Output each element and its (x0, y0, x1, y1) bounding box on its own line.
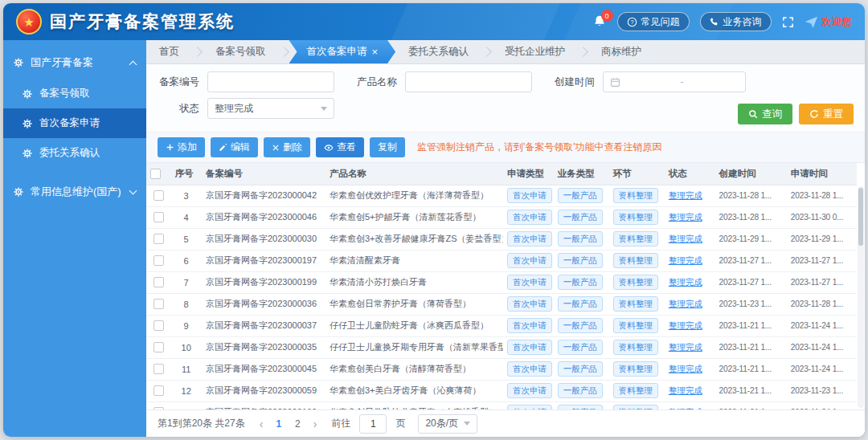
status-link[interactable]: 整理完成 (669, 190, 702, 200)
row-checkbox[interactable] (154, 385, 164, 396)
page-number-1[interactable]: 1 (273, 418, 284, 430)
edit-button[interactable]: 编辑 (211, 137, 258, 157)
table-row[interactable]: 5京国牙膏网备字2023000030华素愈创3+改善牙龈健康牙膏ZS（姜盐香型）… (146, 228, 857, 250)
table-row[interactable]: 13京国牙膏网备字2023000160华素愈创日常防蛀儿童牙膏（水蜜桃香型）首次… (146, 401, 857, 409)
status-link[interactable]: 整理完成 (669, 255, 702, 265)
next-page-icon[interactable]: › (312, 418, 319, 430)
status-select[interactable]: 整理完成 (207, 98, 334, 119)
sidebar-item-0-0[interactable]: 备案号领取 (3, 79, 146, 108)
sidebar-item-0-1[interactable]: 首次备案申请 (3, 108, 146, 138)
table-row[interactable]: 7京国牙膏网备字2023000199华素清清小苏打焕白牙膏首次申请一般产品资料整… (146, 271, 857, 293)
paper-plane-icon (805, 15, 818, 29)
table-row[interactable]: 4京国牙膏网备字2023000046华素愈创5+护龈牙膏（清新莲花香型）首次申请… (146, 206, 857, 228)
sidebar-item-0-2[interactable]: 委托关系确认 (3, 138, 146, 168)
row-checkbox[interactable] (154, 407, 164, 409)
row-checkbox[interactable] (154, 342, 164, 352)
status-badge: 一般产品 (558, 318, 603, 332)
consult-button[interactable]: 业务咨询 (700, 12, 772, 31)
apply-type-cell: 首次申请 (503, 380, 554, 401)
table-row[interactable]: 3京国牙膏网备字2023000042华素愈创优效护理牙膏（海洋薄荷香型）首次申请… (146, 185, 857, 206)
tab-1[interactable]: 备案号领取 (203, 40, 279, 63)
user-area[interactable]: 欢迎您 (805, 15, 853, 29)
select-all-checkbox[interactable] (150, 169, 161, 179)
fullscreen-icon[interactable] (782, 16, 794, 28)
select-all-cell (146, 163, 170, 185)
status-badge: 资料整理 (613, 383, 658, 397)
row-checkbox[interactable] (154, 299, 164, 309)
faq-button[interactable]: ? 常见问题 (617, 12, 690, 31)
add-button[interactable]: 添加 (158, 137, 205, 157)
row-checkbox[interactable] (154, 255, 164, 266)
sidebar-group-0[interactable]: 国产牙膏备案 (3, 47, 146, 79)
search-button[interactable]: 查询 (738, 104, 792, 124)
status-link[interactable]: 整理完成 (669, 277, 702, 287)
tab-2[interactable]: 首次备案申请× (289, 40, 396, 63)
biz-type-cell: 一般产品 (554, 206, 609, 228)
record-no-cell: 京国牙膏网备字2023000036 (202, 293, 326, 315)
row-checkbox[interactable] (154, 234, 164, 244)
reset-button[interactable]: 重置 (799, 104, 854, 124)
status-link[interactable]: 整理完成 (669, 320, 702, 330)
tab-4[interactable]: 受托企业维护 (492, 40, 578, 63)
product-name-input[interactable] (405, 71, 532, 92)
row-checkbox[interactable] (154, 277, 164, 287)
sidebar-menu: 国产牙膏备案备案号领取首次备案申请委托关系确认常用信息维护(国产) (3, 40, 146, 437)
delete-button[interactable]: 删除 (264, 137, 310, 157)
record-no-cell: 京国牙膏网备字2023000199 (202, 271, 326, 293)
page-size-value: 20条/页 (425, 417, 458, 430)
status-link[interactable]: 整理完成 (669, 364, 702, 373)
table-row[interactable]: 11京国牙膏网备字2023000045华素愈创美白牙膏（清醇薄荷香型）首次申请一… (146, 358, 857, 380)
status-link[interactable]: 整理完成 (669, 234, 702, 243)
create-time-range-picker[interactable]: - (603, 71, 746, 92)
tab-label: 商标维护 (601, 45, 641, 59)
tab-3[interactable]: 委托关系确认 (395, 40, 481, 63)
app-header: ★ 国产牙膏备案管理系统 0 ? 常见问题 业务咨询 (3, 3, 865, 40)
product-name-cell: 华素愈创美白牙膏（清醇薄荷香型） (326, 358, 503, 380)
record-no-input[interactable] (207, 71, 334, 92)
status-link[interactable]: 整理完成 (669, 299, 702, 308)
applied-time-cell: 2023-11-24 1... (787, 358, 857, 380)
copy-button[interactable]: 复制 (370, 137, 405, 157)
status-link[interactable]: 整理完成 (669, 407, 702, 410)
row-checkbox[interactable] (154, 212, 164, 222)
vertical-scrollbar[interactable] (858, 186, 864, 408)
table-row[interactable]: 10京国牙膏网备字2023000035仔仔卫士儿童换牙期专用牙膏（清新苹果香型）… (146, 336, 857, 358)
tab-5[interactable]: 商标维护 (588, 40, 654, 63)
record-no-cell: 京国牙膏网备字2023000035 (202, 336, 326, 358)
goto-group: 前往 页 (331, 414, 405, 434)
sidebar-item-label: 首次备案申请 (39, 116, 136, 130)
phone-icon (710, 17, 719, 26)
view-button[interactable]: 查看 (316, 137, 364, 157)
sidebar-group-1[interactable]: 常用信息维护(国产) (3, 176, 146, 208)
row-checkbox[interactable] (154, 320, 164, 331)
prev-page-icon[interactable]: ‹ (258, 418, 265, 430)
page-size-select[interactable]: 20条/页 (418, 414, 477, 434)
status-link[interactable]: 整理完成 (669, 212, 702, 222)
scrollbar-thumb[interactable] (858, 188, 863, 246)
row-checkbox[interactable] (154, 364, 164, 374)
apply-type-cell: 首次申请 (503, 228, 554, 250)
status-link[interactable]: 整理完成 (669, 342, 702, 352)
product-name-cell: 华素愈创5+护龈牙膏（清新莲花香型） (326, 206, 503, 228)
tab-close-icon[interactable]: × (372, 47, 379, 57)
row-checkbox[interactable] (154, 190, 164, 201)
status-link[interactable]: 整理完成 (669, 385, 702, 395)
page-number-2[interactable]: 2 (293, 418, 303, 430)
gear-icon (23, 119, 32, 128)
product-name-cell: 仔仔卫士儿童防蛀牙膏（冰爽西瓜香型） (326, 315, 503, 336)
edit-label: 编辑 (231, 141, 250, 154)
goto-page-input[interactable] (359, 414, 387, 434)
record-no-label: 备案编号 (158, 75, 199, 89)
notification-bell-icon[interactable]: 0 (592, 14, 607, 29)
table-row[interactable]: 8京国牙膏网备字2023000036华素愈创日常养护牙膏（薄荷香型）首次申请一般… (146, 293, 857, 315)
tab-separator-icon (481, 40, 492, 63)
table-row[interactable]: 9京国牙膏网备字2023000037仔仔卫士儿童防蛀牙膏（冰爽西瓜香型）首次申请… (146, 315, 857, 336)
status-cell: 整理完成 (665, 315, 715, 336)
welcome-text: 欢迎您 (822, 15, 853, 29)
status-badge: 资料整理 (613, 188, 658, 202)
table-row[interactable]: 12京国牙膏网备字2023000059华素愈创3+美白牙齿牙膏（沁爽薄荷）首次申… (146, 380, 857, 401)
tab-0[interactable]: 首页 (146, 40, 192, 63)
table-row[interactable]: 6京国牙膏网备字2023000197华素清清醒素牙膏首次申请一般产品资料整理整理… (146, 250, 857, 271)
status-badge: 资料整理 (613, 318, 658, 332)
record-no-cell: 京国牙膏网备字2023000059 (202, 380, 326, 401)
